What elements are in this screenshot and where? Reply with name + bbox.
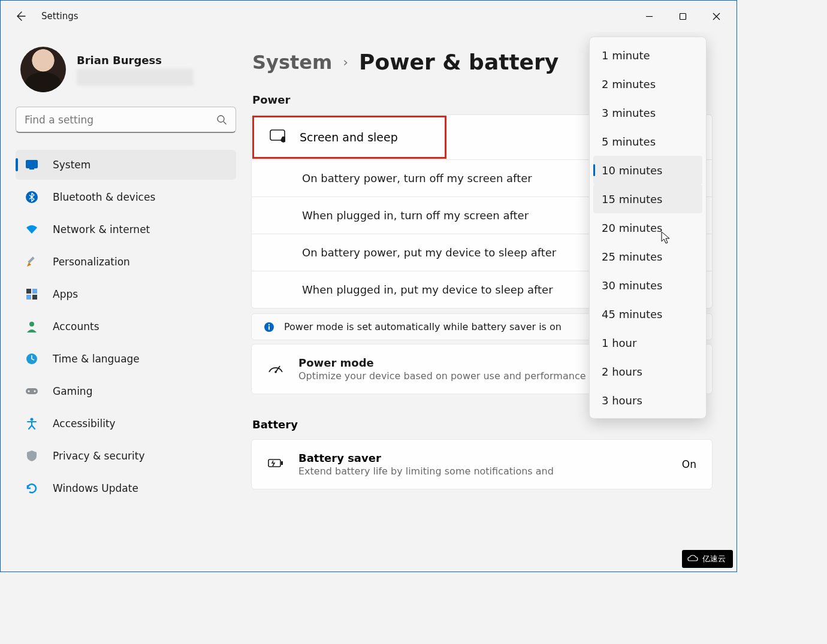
close-button[interactable] <box>699 4 733 29</box>
dropdown-option[interactable]: 5 minutes <box>593 127 702 156</box>
titlebar: Settings <box>1 1 737 32</box>
arrow-left-icon <box>14 10 26 22</box>
battery-saver-subtitle: Extend battery life by limiting some not… <box>298 465 668 477</box>
window-title: Settings <box>41 11 79 22</box>
sidebar-item-accounts[interactable]: Accounts <box>16 312 236 341</box>
dropdown-option[interactable]: 1 hour <box>593 328 702 357</box>
dropdown-option[interactable]: 30 minutes <box>593 271 702 300</box>
screen-sleep-header[interactable]: Screen and sleep <box>252 116 446 159</box>
svg-rect-21 <box>268 326 270 329</box>
sidebar-item-accessibility[interactable]: Accessibility <box>16 409 236 439</box>
search-input[interactable] <box>25 114 216 126</box>
sidebar-item-time-language[interactable]: Time & language <box>16 344 236 374</box>
breadcrumb-parent[interactable]: System <box>252 51 332 74</box>
search-box[interactable] <box>16 107 236 133</box>
svg-line-3 <box>224 122 227 125</box>
person-icon <box>25 320 38 333</box>
gauge-icon <box>267 361 284 377</box>
svg-rect-11 <box>32 295 37 300</box>
svg-point-16 <box>34 391 36 392</box>
svg-rect-4 <box>26 160 38 168</box>
svg-rect-8 <box>26 289 31 294</box>
sidebar-item-windows-update[interactable]: Windows Update <box>16 473 236 503</box>
profile-name: Brian Burgess <box>77 54 194 66</box>
maximize-icon <box>679 13 687 20</box>
profile-block[interactable]: Brian Burgess <box>16 47 236 92</box>
shield-icon <box>25 449 38 462</box>
dropdown-option[interactable]: 45 minutes <box>593 300 702 328</box>
battery-saver-icon <box>267 457 284 471</box>
cursor-icon <box>661 231 672 244</box>
system-icon <box>25 158 38 171</box>
apps-icon <box>25 288 38 301</box>
close-icon <box>713 13 720 20</box>
sidebar: Brian Burgess System Bluetooth & devices… <box>1 32 251 572</box>
sidebar-item-label: Apps <box>53 288 78 300</box>
sidebar-item-label: System <box>53 159 90 171</box>
svg-rect-1 <box>680 13 686 19</box>
update-icon <box>25 482 38 495</box>
svg-point-20 <box>268 323 270 325</box>
battery-saver-card[interactable]: Battery saver Extend battery life by lim… <box>251 439 713 489</box>
svg-rect-7 <box>28 256 34 263</box>
sidebar-item-system[interactable]: System <box>16 150 236 180</box>
dropdown-option[interactable]: 2 hours <box>593 357 702 386</box>
sidebar-item-label: Privacy & security <box>53 450 145 462</box>
main-content: System › Power & battery Power Screen an… <box>251 32 737 572</box>
clock-globe-icon <box>25 352 38 365</box>
info-icon <box>264 322 274 332</box>
svg-rect-25 <box>281 461 283 465</box>
dropdown-option[interactable]: 1 minute <box>593 41 702 69</box>
minimize-icon <box>645 13 653 20</box>
sidebar-item-label: Accounts <box>53 321 99 332</box>
svg-rect-14 <box>26 388 38 394</box>
svg-point-2 <box>218 116 224 122</box>
profile-email-redacted <box>77 69 194 86</box>
maximize-button[interactable] <box>666 4 699 29</box>
battery-saver-title: Battery saver <box>298 452 668 464</box>
svg-rect-10 <box>26 295 31 300</box>
dropdown-option[interactable]: 25 minutes <box>593 242 702 271</box>
watermark: 亿速云 <box>682 550 733 568</box>
sidebar-item-apps[interactable]: Apps <box>16 279 236 309</box>
sidebar-item-label: Gaming <box>53 385 92 397</box>
svg-rect-5 <box>29 168 34 170</box>
back-button[interactable] <box>9 5 32 28</box>
paintbrush-icon <box>25 255 38 268</box>
sidebar-item-label: Time & language <box>53 353 140 365</box>
dropdown-option-hover[interactable]: 15 minutes <box>593 185 702 213</box>
search-icon <box>216 114 227 125</box>
svg-rect-9 <box>32 289 37 294</box>
battery-saver-value: On <box>682 458 696 470</box>
dropdown-option[interactable]: 2 minutes <box>593 69 702 98</box>
sidebar-item-label: Bluetooth & devices <box>53 191 155 203</box>
svg-point-15 <box>28 391 30 392</box>
dropdown-option-selected[interactable]: 10 minutes <box>593 156 702 185</box>
sidebar-item-privacy[interactable]: Privacy & security <box>16 441 236 471</box>
sidebar-item-personalization[interactable]: Personalization <box>16 247 236 277</box>
dropdown-option[interactable]: 3 hours <box>593 386 702 415</box>
section-battery-label: Battery <box>252 418 737 431</box>
window-controls <box>632 4 733 29</box>
avatar <box>20 47 66 92</box>
sidebar-item-gaming[interactable]: Gaming <box>16 376 236 406</box>
screen-sleep-icon <box>270 129 285 145</box>
sidebar-item-bluetooth[interactable]: Bluetooth & devices <box>16 182 236 212</box>
dropdown-option[interactable]: 20 minutes <box>593 213 702 242</box>
screen-sleep-title: Screen and sleep <box>300 131 398 144</box>
bluetooth-icon <box>25 191 38 204</box>
svg-point-17 <box>31 418 34 421</box>
power-mode-subtitle: Optimize your device based on power use … <box>298 370 586 382</box>
nav: System Bluetooth & devices Network & int… <box>16 150 236 503</box>
wifi-icon <box>25 223 38 236</box>
duration-dropdown[interactable]: 1 minute 2 minutes 3 minutes 5 minutes 1… <box>589 37 707 419</box>
minimize-button[interactable] <box>632 4 666 29</box>
gamepad-icon <box>25 385 38 398</box>
svg-point-12 <box>29 322 34 326</box>
dropdown-option[interactable]: 3 minutes <box>593 98 702 127</box>
info-text: Power mode is set automatically while ba… <box>284 321 562 332</box>
page-title: Power & battery <box>359 50 559 74</box>
sidebar-item-network[interactable]: Network & internet <box>16 214 236 244</box>
sidebar-item-label: Personalization <box>53 256 130 268</box>
power-mode-title: Power mode <box>298 356 586 369</box>
